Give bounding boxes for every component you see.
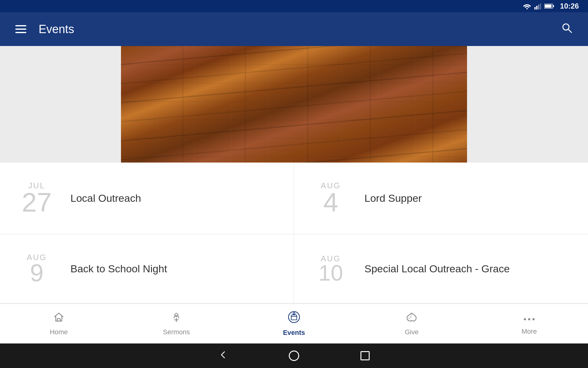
battery-icon — [544, 3, 554, 9]
hero-wood-texture — [121, 46, 467, 163]
svg-rect-1 — [534, 7, 536, 10]
status-icons: 10:26 — [523, 2, 579, 10]
app-bar: Events — [0, 12, 588, 46]
nav-item-sermons[interactable]: Sermons — [118, 304, 235, 343]
nav-label-more: More — [522, 328, 537, 335]
more-icon — [523, 312, 535, 325]
events-grid: JUL 27 Local Outreach AUG 4 Lord Supper … — [0, 163, 588, 304]
home-button[interactable] — [289, 351, 299, 361]
svg-point-22 — [533, 318, 535, 320]
wifi-icon — [523, 3, 531, 9]
svg-rect-6 — [553, 5, 554, 7]
sermons-icon — [171, 311, 182, 326]
event-day-1: 27 — [22, 189, 52, 216]
menu-icon[interactable] — [12, 22, 29, 36]
signal-icon — [534, 3, 541, 10]
event-title-1: Local Outreach — [70, 192, 141, 204]
events-icon — [288, 311, 300, 326]
event-day-3: 9 — [30, 261, 44, 285]
hero-image — [0, 46, 588, 163]
event-item-2[interactable]: AUG 4 Lord Supper — [294, 163, 588, 234]
svg-rect-10 — [57, 319, 60, 321]
event-date-1: JUL 27 — [15, 181, 58, 216]
main-content: JUL 27 Local Outreach AUG 4 Lord Supper … — [0, 46, 588, 304]
svg-point-20 — [524, 318, 526, 320]
svg-point-21 — [528, 318, 530, 320]
back-button[interactable] — [218, 350, 228, 362]
event-date-4: AUG 10 — [309, 254, 352, 284]
system-nav-bar — [0, 343, 588, 368]
nav-label-sermons: Sermons — [163, 328, 190, 336]
event-item-1[interactable]: JUL 27 Local Outreach — [0, 163, 294, 234]
nav-label-give: Give — [405, 328, 418, 336]
event-item-4[interactable]: AUG 10 Special Local Outreach - Grace — [294, 234, 588, 304]
svg-point-0 — [526, 8, 528, 10]
event-title-3: Back to School Night — [70, 263, 167, 275]
search-button[interactable] — [558, 19, 576, 40]
nav-item-home[interactable]: Home — [0, 304, 118, 343]
give-icon — [406, 311, 417, 326]
home-icon — [53, 311, 65, 326]
svg-rect-7 — [545, 5, 552, 8]
nav-item-give[interactable]: Give — [353, 304, 470, 343]
svg-line-9 — [568, 29, 571, 33]
svg-rect-2 — [536, 6, 537, 10]
event-day-2: 4 — [323, 189, 338, 216]
svg-rect-14 — [291, 315, 297, 320]
recents-button[interactable] — [360, 351, 370, 360]
nav-item-more[interactable]: More — [470, 304, 588, 343]
status-time: 10:26 — [560, 2, 579, 10]
svg-point-19 — [293, 313, 295, 314]
page-title: Events — [39, 23, 74, 36]
event-title-4: Special Local Outreach - Grace — [364, 263, 510, 275]
bottom-nav: Home Sermons — [0, 304, 588, 343]
event-day-4: 10 — [318, 262, 343, 284]
svg-rect-3 — [538, 5, 539, 10]
nav-label-events: Events — [283, 329, 305, 337]
event-date-3: AUG 9 — [15, 253, 58, 285]
nav-label-home: Home — [50, 328, 68, 336]
nav-item-events[interactable]: Events — [235, 304, 353, 343]
event-date-2: AUG 4 — [309, 181, 352, 216]
event-item-3[interactable]: AUG 9 Back to School Night — [0, 234, 294, 304]
status-bar: 10:26 — [0, 0, 588, 12]
svg-rect-4 — [540, 3, 541, 10]
event-title-2: Lord Supper — [364, 192, 422, 204]
